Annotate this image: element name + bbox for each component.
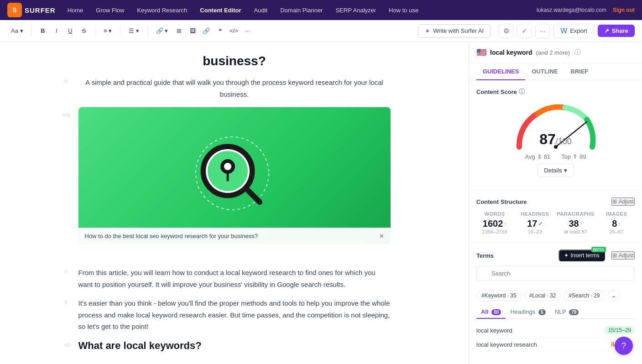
filter-tab-nlp[interactable]: NLP 79 [550,306,584,319]
toolbar-right-actions: ⚙ ✓ ··· W Export ↗ Share [499,24,635,38]
font-family-button[interactable]: Aa ▾ [7,25,27,37]
paragraphs-range: at least 87 [557,229,594,234]
toolbar-separator-4 [147,26,148,36]
nav-user-email: lukasz.wardega@localo.com [537,7,606,13]
primary-keyword: local keyword [490,49,532,56]
terms-adjust-button[interactable]: ⊞ Adjust [611,251,635,260]
term-tag-search[interactable]: #Search · 29 [564,290,605,301]
wordpress-export-button[interactable]: W Export [553,24,594,38]
term-tag-local[interactable]: #Local · 32 [524,290,561,301]
body-paragraph-2[interactable]: It's easier than you think - below you'l… [78,297,391,333]
logo-text: SURFER [25,6,56,14]
quote-button[interactable]: ❝ [214,25,226,37]
headings-check-icon: ✓ [538,221,543,227]
top-icon: ⇑ [573,153,578,160]
list-button[interactable]: ☰ ▾ [125,25,143,37]
insert-terms-button[interactable]: ✦ Insert terms BETA [558,250,605,261]
nav-signout[interactable]: Sign out [613,7,635,13]
adjust-grid-icon: ⊞ [612,198,617,205]
nav-how-to-use[interactable]: How to use [384,5,423,16]
keyword-more-count[interactable]: (and 2 more) [536,49,570,56]
nav-content-editor[interactable]: Content Editor [195,5,245,16]
settings-button[interactable]: ⚙ [499,24,513,38]
structure-grid: WORDS 1602 ↑ 2356–2710 HEADINGS 17 ✓ 16–… [476,211,635,234]
image-caption-text: How to do the best local seo keyword res… [85,233,258,239]
top-label: Top [561,153,571,160]
nav-domain-planner[interactable]: Domain Planner [276,5,327,16]
words-metric: WORDS 1602 ↑ 2356–2710 [476,211,513,234]
filter-tabs: All 80 Headings 5 NLP 79 [476,306,635,319]
h2-label: h2 [65,342,70,348]
more-options-button[interactable]: ··· [241,25,254,37]
terms-search-input[interactable] [476,266,635,281]
top-navigation: S SURFER Home Grow Flow Keyword Research… [0,0,642,20]
all-badge: 80 [491,309,501,315]
nav-keyword-research[interactable]: Keyword Research [132,5,192,16]
tab-brief[interactable]: BRIEF [564,63,595,80]
code-button[interactable]: </> [227,25,240,37]
hyperlink-button[interactable]: 🔗 [200,25,213,37]
gauge-wrapper: 87/100 [510,101,601,151]
term-name-2: local keyword research [476,341,537,348]
table-button[interactable]: ⊞ [172,25,185,37]
magnifier-illustration [184,125,285,226]
editor-area[interactable]: business? p A simple and practical guide… [0,42,469,364]
caption-close-icon[interactable]: ✕ [379,233,384,239]
more-menu-button[interactable]: ··· [535,24,550,38]
structure-header: Content Structure ⊞ Adjust [476,198,635,206]
tab-outline[interactable]: OUTLINE [525,63,564,80]
chevron-down-icon: ▾ [564,167,567,174]
score-value: 87 [539,131,556,147]
insert-controls: 🔗 ▾ ⊞ 🖼 🔗 ❝ </> ··· [152,25,254,37]
details-button[interactable]: Details ▾ [537,164,574,177]
term-tag-expand[interactable]: ⌄ [607,290,620,301]
content-score-info-icon[interactable]: ⓘ [519,88,525,96]
nlp-badge: 79 [569,309,579,315]
paragraphs-label: PARAGRAPHS [557,211,594,217]
p-label-1: p [65,78,68,83]
image-caption-bar: How to do the best local seo keyword res… [78,228,391,244]
strikethrough-button[interactable]: S [78,25,90,37]
term-row-local-keyword[interactable]: local keyword 15/15–29 [476,323,635,338]
term-tag-keyword[interactable]: #Keyword · 35 [476,290,522,301]
alignment-button[interactable]: ≡ ▾ [100,25,115,37]
keyword-info-icon[interactable]: ⓘ [574,48,581,57]
nav-grow-flow[interactable]: Grow Flow [91,5,129,16]
share-label: Share [612,27,628,34]
share-button[interactable]: ↗ Share [598,25,635,37]
nav-serp-analyzer[interactable]: SERP Analyzer [331,5,381,16]
avg-value: 81 [544,153,550,160]
check-button[interactable]: ✓ [517,24,532,38]
bold-button[interactable]: B [37,25,49,37]
gauge-stats: Avg ⇕ 81 Top ⇑ 89 [525,153,586,160]
body-paragraph-1[interactable]: From this article, you will learn how to… [78,267,391,290]
help-button[interactable]: ? [615,337,633,355]
nav-home[interactable]: Home [63,5,88,16]
section-heading[interactable]: What are local keywords? [78,340,391,352]
filter-tab-headings[interactable]: Headings 5 [506,306,550,319]
filter-tab-all[interactable]: All 80 [476,306,506,319]
images-value: 8 ↑ [598,218,635,229]
logo[interactable]: S SURFER [7,3,56,17]
tab-guidelines[interactable]: GUIDELINES [476,63,525,80]
images-label: IMAGES [598,211,635,217]
headings-range: 16–23 [517,229,553,234]
terms-adjust-grid-icon: ⊞ [612,252,617,259]
intro-paragraph[interactable]: A simple and practical guide that will w… [78,77,391,100]
write-with-surfer-ai-button[interactable]: ✦ Write with Surfer AI [418,24,491,38]
italic-button[interactable]: I [50,25,63,37]
avg-label: Avg [525,153,535,160]
font-controls: Aa ▾ [7,25,27,37]
structure-adjust-button[interactable]: ⊞ Adjust [611,198,635,206]
term-row-local-keyword-research[interactable]: local keyword research 8/13–28 [476,338,635,352]
underline-button[interactable]: U [64,25,77,37]
font-dropdown-icon: ▾ [20,27,23,34]
paragraphs-metric: PARAGRAPHS 38 ↑ at least 87 [557,211,594,234]
image-button[interactable]: 🖼 [186,25,199,37]
nav-audit[interactable]: Audit [250,5,272,16]
toolbar-separator-3 [120,26,120,36]
document-title[interactable]: business? [78,53,391,69]
content-image[interactable] [78,107,391,244]
content-score-section: Content Score ⓘ [469,80,642,190]
link-insert-button[interactable]: 🔗 ▾ [152,25,172,37]
